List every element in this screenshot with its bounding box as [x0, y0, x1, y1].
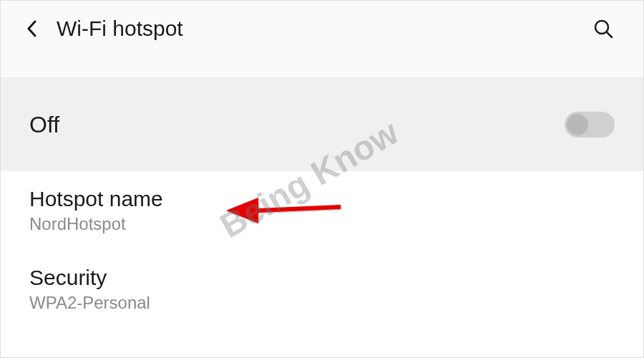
search-icon[interactable]: [592, 17, 615, 40]
hotspot-name-label: Hotspot name: [29, 187, 615, 211]
divider: [1, 57, 643, 78]
hotspot-name-value: NordHotspot: [29, 214, 615, 234]
security-item[interactable]: Security WPA2-Personal: [1, 250, 643, 329]
hotspot-name-item[interactable]: Hotspot name NordHotspot: [1, 171, 643, 250]
toggle-switch[interactable]: [565, 112, 615, 137]
security-value: WPA2-Personal: [29, 293, 615, 313]
svg-line-1: [607, 32, 612, 37]
security-label: Security: [29, 266, 615, 290]
settings-screen: Wi-Fi hotspot Off Hotspot name NordHotsp…: [0, 0, 644, 358]
hotspot-toggle-row[interactable]: Off: [1, 78, 643, 171]
toggle-state-label: Off: [29, 112, 59, 138]
page-title: Wi-Fi hotspot: [57, 16, 592, 41]
back-icon[interactable]: [22, 19, 42, 39]
toggle-knob: [567, 114, 588, 135]
header-bar: Wi-Fi hotspot: [1, 1, 643, 57]
